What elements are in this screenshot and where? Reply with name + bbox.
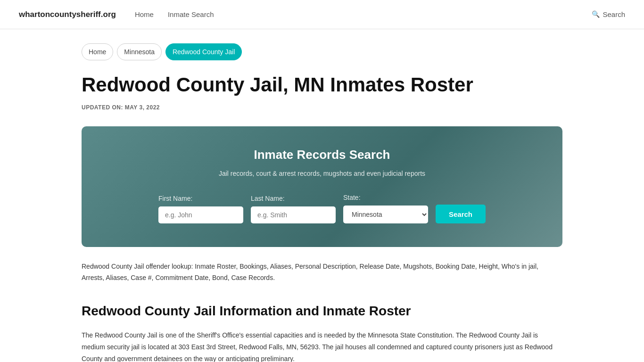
page-title: Redwood County Jail, MN Inmates Roster (82, 74, 562, 96)
last-name-label: Last Name: (251, 193, 285, 204)
first-name-group: First Name: (158, 193, 243, 223)
state-label: State: (343, 192, 361, 203)
last-name-input[interactable] (251, 206, 336, 223)
site-logo[interactable]: whartoncountysheriff.org (19, 8, 116, 21)
search-button[interactable]: Search (436, 205, 486, 223)
main-content: Home Minnesota Redwood County Jail Redwo… (63, 29, 581, 362)
state-select[interactable]: Minnesota Alabama Alaska Arizona Arkansa… (343, 206, 428, 223)
nav-search[interactable]: 🔍 Search (592, 9, 625, 20)
section-body: The Redwood County Jail is one of the Sh… (82, 329, 562, 362)
section-heading: Redwood County Jail Information and Inma… (82, 301, 562, 322)
breadcrumb-home[interactable]: Home (82, 43, 113, 60)
first-name-input[interactable] (158, 206, 243, 223)
search-icon: 🔍 (592, 9, 600, 19)
search-section-subtitle: Jail records, court & arrest records, mu… (105, 168, 539, 179)
nav-inmate-search[interactable]: Inmate Search (168, 9, 214, 20)
nav-home[interactable]: Home (135, 9, 154, 20)
description-text: Redwood County Jail offender lookup: Inm… (82, 261, 562, 284)
search-form: First Name: Last Name: State: Minnesota … (105, 192, 539, 223)
breadcrumb-minnesota[interactable]: Minnesota (117, 43, 162, 60)
breadcrumb: Home Minnesota Redwood County Jail (82, 43, 562, 60)
last-name-group: Last Name: (251, 193, 336, 223)
main-nav: Home Inmate Search 🔍 Search (135, 9, 625, 20)
inmate-search-section: Inmate Records Search Jail records, cour… (82, 126, 562, 247)
state-group: State: Minnesota Alabama Alaska Arizona … (343, 192, 428, 223)
breadcrumb-redwood-county-jail[interactable]: Redwood County Jail (165, 43, 242, 60)
updated-on: UPDATED ON: MAY 3, 2022 (82, 103, 562, 112)
first-name-label: First Name: (158, 193, 192, 204)
site-header: whartoncountysheriff.org Home Inmate Sea… (0, 0, 644, 29)
search-section-title: Inmate Records Search (105, 145, 539, 165)
nav-search-label: Search (603, 9, 625, 20)
